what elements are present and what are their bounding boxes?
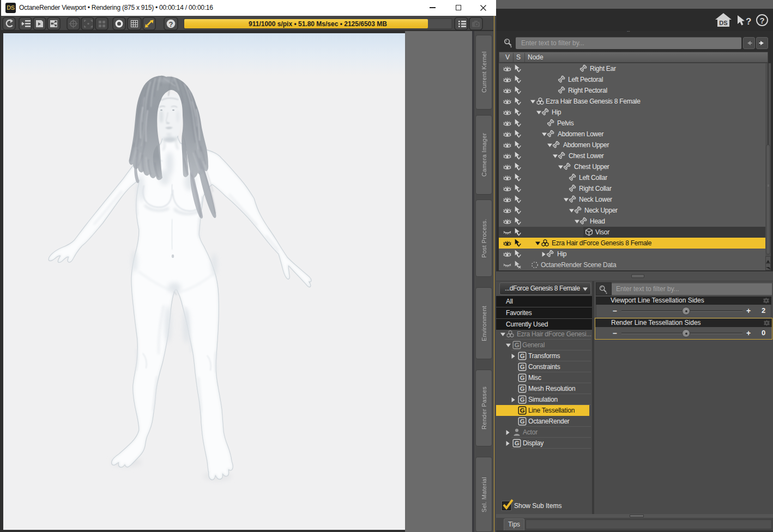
svg-text:911/1000 s/pix • 51.80 Ms/sec: 911/1000 s/pix • 51.80 Ms/sec • 2125/650… — [249, 20, 387, 28]
svg-text:?: ? — [759, 16, 764, 25]
svg-text:?: ? — [169, 20, 173, 28]
svg-text:DS: DS — [719, 20, 727, 26]
svg-text:?: ? — [746, 16, 751, 27]
